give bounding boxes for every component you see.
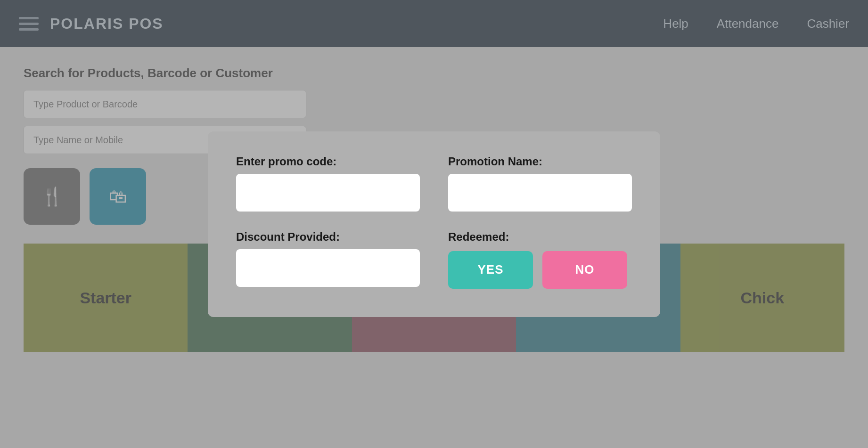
promo-code-group: Enter promo code:: [236, 155, 420, 212]
discount-label: Discount Provided:: [236, 230, 420, 244]
modal-form-grid: Enter promo code: Promotion Name: Discou…: [236, 155, 632, 289]
discount-group: Discount Provided:: [236, 230, 420, 289]
redeemed-no-button[interactable]: NO: [542, 251, 627, 289]
redeemed-yes-button[interactable]: YES: [448, 251, 533, 289]
redeemed-group: Redeemed: YES NO: [448, 230, 632, 289]
discount-input[interactable]: [236, 249, 420, 287]
promotion-name-label: Promotion Name:: [448, 155, 632, 168]
modal-overlay: Enter promo code: Promotion Name: Discou…: [0, 0, 868, 448]
promo-code-label: Enter promo code:: [236, 155, 420, 168]
redeemed-buttons: YES NO: [448, 251, 632, 289]
redeemed-label: Redeemed:: [448, 230, 632, 244]
promo-modal: Enter promo code: Promotion Name: Discou…: [208, 131, 660, 317]
promotion-name-group: Promotion Name:: [448, 155, 632, 212]
promotion-name-input[interactable]: [448, 174, 632, 212]
promo-code-input[interactable]: [236, 174, 420, 212]
